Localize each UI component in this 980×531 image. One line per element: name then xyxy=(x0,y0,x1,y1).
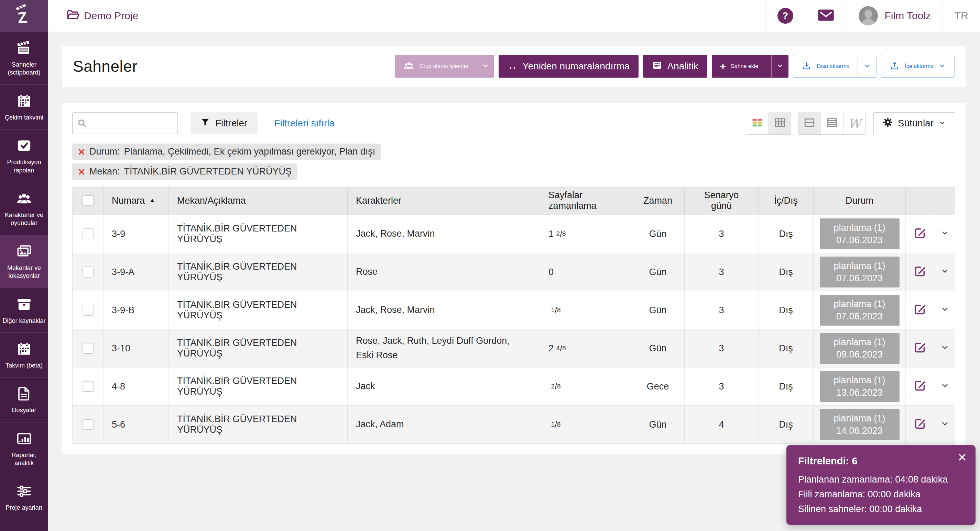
scene-int-ext: Dış xyxy=(759,291,814,329)
status-badge: planlama (1) 09.06.2023 xyxy=(820,333,899,364)
edit-scene-button[interactable] xyxy=(906,406,935,444)
sidebar-item-karakterler[interactable]: Karakterler ve oyuncular xyxy=(0,182,48,235)
expand-row-button[interactable] xyxy=(935,330,955,367)
row-checkbox[interactable] xyxy=(83,343,94,354)
add-scene-button[interactable]: + Sahne ekle xyxy=(712,55,789,78)
messages-button[interactable] xyxy=(805,0,846,32)
remove-filter-icon[interactable] xyxy=(78,148,85,155)
colored-rows-view-button[interactable] xyxy=(746,112,768,134)
renumber-button[interactable]: ↔ Yeniden numaralandırma xyxy=(499,55,639,78)
row-checkbox[interactable] xyxy=(83,228,94,239)
chevron-down-icon xyxy=(939,62,946,71)
edit-scene-button[interactable] xyxy=(906,330,935,367)
scene-location: TİTANİK.BİR GÜVERTEDEN YÜRÜYÜŞ xyxy=(169,406,348,444)
logo-icon: Z xyxy=(13,5,35,28)
chevron-down-icon xyxy=(776,62,784,71)
group-actions-dropdown[interactable] xyxy=(477,55,494,78)
table-header: Numara Mekan/Açıklama Karakterler Sayfal… xyxy=(73,187,955,215)
sidebar-item-raporlar[interactable]: Raporlar, analitik xyxy=(0,422,48,476)
table-view-button[interactable] xyxy=(768,112,791,134)
header-durum[interactable]: Durum xyxy=(814,187,906,215)
scene-script-day: 3 xyxy=(685,330,759,367)
scene-characters: Jack xyxy=(348,368,540,405)
close-icon[interactable] xyxy=(958,453,967,463)
row-checkbox[interactable] xyxy=(83,419,94,430)
chevron-down-icon xyxy=(940,305,950,316)
group-actions-button[interactable]: Grup olarak işlemler xyxy=(395,55,494,78)
header-numara[interactable]: Numara xyxy=(103,187,169,215)
reset-filters-link[interactable]: Filtreleri sıfırla xyxy=(274,118,334,129)
export-button[interactable]: Dışa aktarma xyxy=(793,55,877,78)
edit-scene-button[interactable] xyxy=(906,215,935,253)
chevron-down-icon xyxy=(940,381,950,392)
header-mekan[interactable]: Mekan/Açıklama xyxy=(169,187,348,215)
expand-row-button[interactable] xyxy=(935,291,955,329)
filter-summary-toast: Filtrelendi: 6 Planlanan zamanlama: 04:0… xyxy=(786,445,975,525)
expand-row-button[interactable] xyxy=(935,368,955,405)
scene-pages: 1/8 xyxy=(540,406,631,444)
sidebar-item-mekanlar[interactable]: Mekanlar ve lokasyonlar xyxy=(0,235,48,288)
sidebar-item-produksiyon-rapolari[interactable]: Prodüksiyon rapoları xyxy=(0,130,48,182)
analytics-button[interactable]: Analitik xyxy=(643,55,707,78)
svg-text:Z: Z xyxy=(17,8,28,26)
status-badge: planlama (1) 13.06.2023 xyxy=(820,371,899,402)
select-all-checkbox[interactable] xyxy=(83,195,94,206)
row-checkbox[interactable] xyxy=(83,305,94,315)
chevron-down-icon xyxy=(940,266,950,278)
user-menu[interactable]: Film Toolz xyxy=(846,0,942,32)
sidebar-item-sahneler[interactable]: Sahneler (sctipboard) xyxy=(0,32,48,85)
search-input[interactable] xyxy=(72,112,178,134)
clapperboard-icon xyxy=(16,40,32,56)
language-switcher[interactable]: TR xyxy=(942,0,980,32)
header-senaryo-gunu[interactable]: Senaryo günü xyxy=(685,187,759,215)
import-label: İçe aktarma xyxy=(905,63,934,70)
sidebar-item-diger-kaynaklar[interactable]: Diğer kaynaklar xyxy=(0,288,48,333)
header-ic-dis[interactable]: İç/Dış xyxy=(759,187,814,215)
export-dropdown[interactable] xyxy=(858,55,876,77)
import-button[interactable]: İçe aktarma xyxy=(881,55,955,78)
wide-view-button[interactable]: W xyxy=(843,112,865,134)
topbar-right: ? Film Toolz TR xyxy=(765,0,980,32)
edit-scene-button[interactable] xyxy=(906,291,935,329)
edit-scene-button[interactable] xyxy=(906,368,935,405)
row-checkbox[interactable] xyxy=(83,381,94,392)
header-karakterler[interactable]: Karakterler xyxy=(348,187,540,215)
toast-line: Fiili zamanlama: 00:00 dakika xyxy=(798,489,964,500)
sidebar: Z Sahneler (sctipboard) xyxy=(0,0,48,531)
envelope-icon xyxy=(817,8,835,24)
project-switcher[interactable]: Demo Proje xyxy=(66,8,138,24)
add-scene-dropdown[interactable] xyxy=(771,55,789,78)
chevron-down-icon xyxy=(939,118,946,129)
check-square-icon xyxy=(16,138,32,154)
scene-time: Gece xyxy=(631,368,685,405)
expand-row-button[interactable] xyxy=(935,253,955,291)
help-button[interactable]: ? xyxy=(765,0,805,32)
scene-pages: 1 2/8 xyxy=(540,215,631,253)
sidebar-item-label: Mekanlar ve lokasyonlar xyxy=(2,264,46,280)
chevron-down-icon xyxy=(481,62,490,71)
edit-scene-button[interactable] xyxy=(906,253,935,291)
calendar-icon xyxy=(16,93,32,109)
sidebar-item-cekim-takvimi[interactable]: Çekim takvimi xyxy=(0,85,48,130)
columns-button[interactable]: Sütunlar xyxy=(873,112,955,134)
toast-title: Filtrelendi: 6 xyxy=(798,455,964,467)
row-checkbox[interactable] xyxy=(83,266,94,277)
header-sayfalar[interactable]: Sayfalar zamanlama xyxy=(540,187,631,215)
project-name: Demo Proje xyxy=(84,10,138,22)
remove-filter-icon[interactable] xyxy=(78,168,85,176)
dense-rows-button[interactable] xyxy=(821,112,843,134)
scene-pages: 2/8 xyxy=(540,368,631,405)
expand-row-button[interactable] xyxy=(935,406,955,444)
sidebar-item-label: Karakterler ve oyuncular xyxy=(2,211,46,227)
sidebar-item-proje-ayarlari[interactable]: Proje ayarları xyxy=(0,475,48,520)
controls-row: Filtreler Filtreleri sıfırla xyxy=(72,112,955,135)
expand-row-button[interactable] xyxy=(935,215,955,253)
sidebar-item-takvim-beta[interactable]: Takvim (beta) xyxy=(0,333,48,377)
sidebar-item-dosyalar[interactable]: Dosyalar xyxy=(0,377,48,422)
scene-location: TİTANİK.BİR GÜVERTEDEN YÜRÜYÜŞ xyxy=(169,215,348,253)
filter-chip-durum: Durum: Planlama, Çekilmedi, Ek çekim yap… xyxy=(72,144,381,160)
comfortable-rows-button[interactable] xyxy=(799,112,821,134)
app-logo[interactable]: Z xyxy=(0,0,48,32)
header-zaman[interactable]: Zaman xyxy=(631,187,685,215)
filters-button[interactable]: Filtreler xyxy=(191,112,258,134)
